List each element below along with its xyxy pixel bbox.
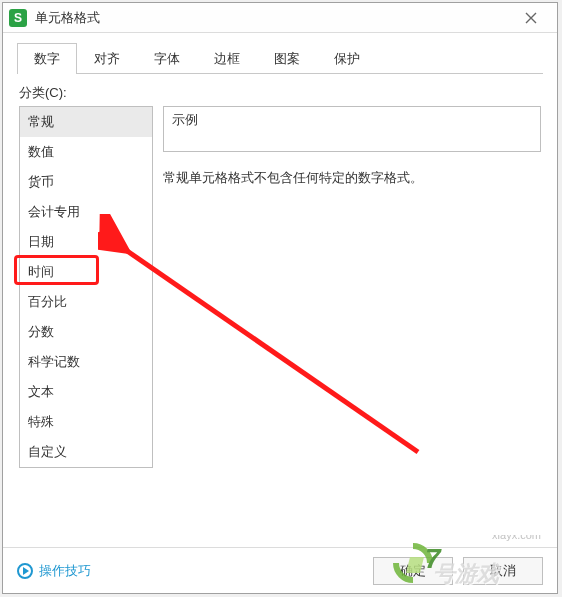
tabbar: 数字 对齐 字体 边框 图案 保护: [3, 33, 557, 74]
category-item-custom[interactable]: 自定义: [20, 437, 152, 467]
tab-protect[interactable]: 保护: [317, 43, 377, 74]
close-icon: [525, 12, 537, 24]
tab-font[interactable]: 字体: [137, 43, 197, 74]
example-column: 示例 常规单元格格式不包含任何特定的数字格式。: [163, 106, 541, 468]
category-label: 分类(C):: [19, 84, 541, 102]
category-item-time[interactable]: 时间: [20, 257, 152, 287]
app-icon: [9, 9, 27, 27]
category-item-currency[interactable]: 货币: [20, 167, 152, 197]
example-label: 示例: [172, 112, 198, 127]
play-circle-icon: [17, 563, 33, 579]
cancel-button[interactable]: 取消: [463, 557, 543, 585]
content-area: 分类(C): 常规 数值 货币 会计专用 日期 时间 百分比 分数 科学记数 文…: [3, 74, 557, 547]
category-item-accounting[interactable]: 会计专用: [20, 197, 152, 227]
dialog-footer: 操作技巧 确定 取消: [3, 547, 557, 593]
tab-pattern[interactable]: 图案: [257, 43, 317, 74]
category-item-percent[interactable]: 百分比: [20, 287, 152, 317]
category-item-special[interactable]: 特殊: [20, 407, 152, 437]
tab-border[interactable]: 边框: [197, 43, 257, 74]
format-description: 常规单元格格式不包含任何特定的数字格式。: [163, 168, 541, 189]
dialog-title: 单元格格式: [35, 9, 511, 27]
cell-format-dialog: 单元格格式 数字 对齐 字体 边框 图案 保护 分类(C): 常规 数值 货币 …: [2, 2, 558, 594]
tips-link-label: 操作技巧: [39, 562, 91, 580]
tab-align[interactable]: 对齐: [77, 43, 137, 74]
tips-link[interactable]: 操作技巧: [17, 562, 363, 580]
category-item-number[interactable]: 数值: [20, 137, 152, 167]
ok-button[interactable]: 确定: [373, 557, 453, 585]
category-listbox[interactable]: 常规 数值 货币 会计专用 日期 时间 百分比 分数 科学记数 文本 特殊 自定…: [19, 106, 153, 468]
category-item-fraction[interactable]: 分数: [20, 317, 152, 347]
tab-number[interactable]: 数字: [17, 43, 77, 74]
example-box: 示例: [163, 106, 541, 152]
titlebar: 单元格格式: [3, 3, 557, 33]
content-row: 常规 数值 货币 会计专用 日期 时间 百分比 分数 科学记数 文本 特殊 自定…: [19, 106, 541, 468]
category-item-scientific[interactable]: 科学记数: [20, 347, 152, 377]
category-item-general[interactable]: 常规: [20, 107, 152, 137]
close-button[interactable]: [511, 4, 551, 32]
category-item-text[interactable]: 文本: [20, 377, 152, 407]
category-item-date[interactable]: 日期: [20, 227, 152, 257]
